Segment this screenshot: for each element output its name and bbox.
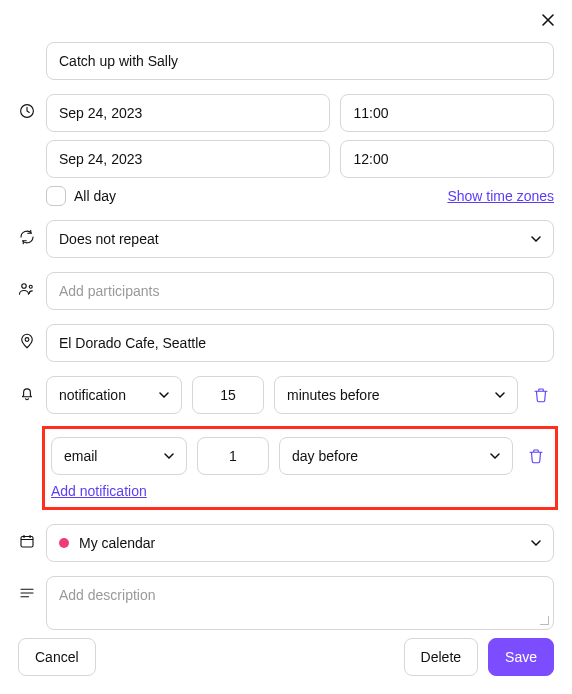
clock-icon xyxy=(18,94,46,120)
repeat-select[interactable]: Does not repeat xyxy=(46,220,554,258)
event-title-value: Catch up with Sally xyxy=(59,53,178,69)
description-icon xyxy=(18,576,46,602)
svg-point-3 xyxy=(25,338,29,342)
calendar-select[interactable]: My calendar xyxy=(46,524,554,562)
start-date-input[interactable]: Sep 24, 2023 xyxy=(46,94,330,132)
delete-notification-button[interactable] xyxy=(527,447,545,465)
cancel-button[interactable]: Cancel xyxy=(18,638,96,676)
chevron-down-icon xyxy=(531,540,541,546)
chevron-down-icon xyxy=(159,392,169,398)
participants-icon xyxy=(18,272,46,298)
all-day-checkbox[interactable] xyxy=(46,186,66,206)
notification-row: email 1 day before xyxy=(51,437,549,475)
svg-point-1 xyxy=(22,284,27,289)
add-notification-link[interactable]: Add notification xyxy=(51,483,147,499)
svg-point-2 xyxy=(29,285,32,288)
description-textarea[interactable]: Add description xyxy=(46,576,554,630)
chevron-down-icon xyxy=(495,392,505,398)
save-button[interactable]: Save xyxy=(488,638,554,676)
repeat-icon xyxy=(18,220,46,246)
location-icon xyxy=(18,324,46,350)
all-day-label: All day xyxy=(74,188,116,204)
bell-icon xyxy=(18,376,46,402)
svg-rect-4 xyxy=(21,537,33,548)
participants-input[interactable]: Add participants xyxy=(46,272,554,310)
calendar-icon xyxy=(18,524,46,550)
delete-button[interactable]: Delete xyxy=(404,638,478,676)
chevron-down-icon xyxy=(531,236,541,242)
description-placeholder: Add description xyxy=(59,587,156,603)
end-date-input[interactable]: Sep 24, 2023 xyxy=(46,140,330,178)
delete-notification-button[interactable] xyxy=(532,386,550,404)
event-title-input[interactable]: Catch up with Sally xyxy=(46,42,554,80)
notification-row: notification 15 minutes before xyxy=(46,376,554,414)
participants-placeholder: Add participants xyxy=(59,283,159,299)
close-icon xyxy=(540,12,556,28)
notification-type-select[interactable]: email xyxy=(51,437,187,475)
notification-amount-input[interactable]: 1 xyxy=(197,437,269,475)
close-button[interactable] xyxy=(538,10,558,30)
notification-unit-select[interactable]: minutes before xyxy=(274,376,518,414)
chevron-down-icon xyxy=(490,453,500,459)
chevron-down-icon xyxy=(164,453,174,459)
notification-type-select[interactable]: notification xyxy=(46,376,182,414)
highlighted-notification-region: email 1 day before Add notification xyxy=(42,426,558,510)
notification-amount-input[interactable]: 15 xyxy=(192,376,264,414)
calendar-color-dot xyxy=(59,538,69,548)
location-input[interactable]: El Dorado Cafe, Seattle xyxy=(46,324,554,362)
end-time-input[interactable]: 12:00 xyxy=(340,140,554,178)
show-timezones-link[interactable]: Show time zones xyxy=(447,188,554,204)
notification-unit-select[interactable]: day before xyxy=(279,437,513,475)
start-time-input[interactable]: 11:00 xyxy=(340,94,554,132)
